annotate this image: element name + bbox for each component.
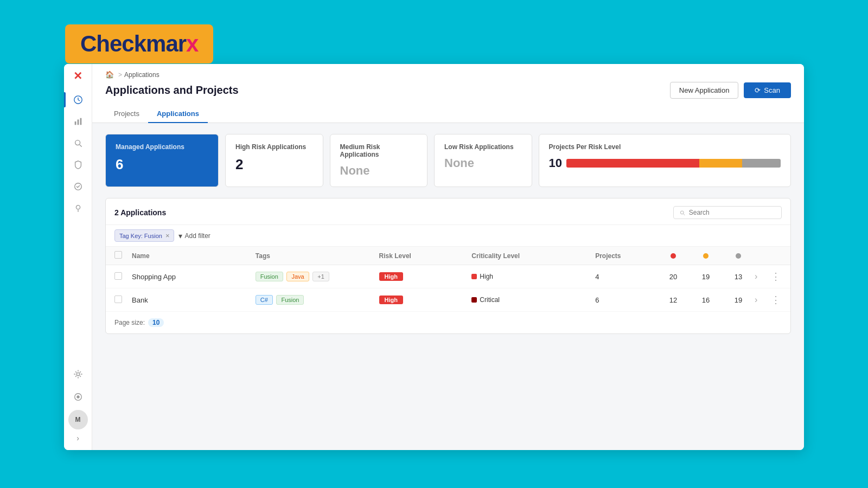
tab-projects[interactable]: Projects xyxy=(105,105,148,123)
sidebar-item-analytics[interactable] xyxy=(68,112,88,131)
risk-bar-total: 10 xyxy=(549,156,562,170)
new-application-button[interactable]: New Application xyxy=(670,82,739,99)
vuln-high-icon xyxy=(703,253,709,259)
stat-managed-value: 6 xyxy=(116,156,208,173)
remove-filter-button[interactable]: × xyxy=(165,232,170,240)
search-box[interactable] xyxy=(673,206,782,219)
svg-point-10 xyxy=(680,210,684,214)
criticality-text-2: Critical xyxy=(480,296,500,304)
criticality-dot-1 xyxy=(471,274,477,279)
tabs: Projects Applications xyxy=(105,105,791,123)
page-size-value[interactable]: 10 xyxy=(148,318,164,327)
stat-high-risk: High Risk Applications 2 xyxy=(225,134,323,187)
logo-highlight: x xyxy=(186,31,198,56)
scan-label: Scan xyxy=(764,86,780,94)
criticality-text-1: High xyxy=(480,273,493,280)
column-headers: Name Tags Risk Level Criticality Level P… xyxy=(106,247,790,265)
stat-managed-label: Managed Applications xyxy=(116,143,208,151)
criticality-label-2: Critical xyxy=(471,296,595,304)
row1-criticality: High xyxy=(471,273,595,280)
stat-projects-per-risk: Projects Per Risk Level 10 xyxy=(539,134,792,187)
row2-select[interactable] xyxy=(114,296,122,303)
row1-vuln2: 19 xyxy=(690,273,722,281)
col-checkbox-header xyxy=(114,251,132,260)
risk-segment-medium xyxy=(699,159,742,168)
col-name-header: Name xyxy=(132,252,256,260)
stat-projects-per-risk-label: Projects Per Risk Level xyxy=(549,143,781,151)
row1-more[interactable]: ⋮ xyxy=(771,271,782,282)
row2-arrow[interactable]: › xyxy=(755,295,771,305)
scan-button[interactable]: ⟳ Scan xyxy=(744,82,791,98)
header-actions: New Application ⟳ Scan xyxy=(670,82,791,99)
stat-low-risk-value: None xyxy=(444,156,522,170)
row2-criticality: Critical xyxy=(471,296,595,304)
close-button[interactable]: ✕ xyxy=(71,68,86,84)
table-row: Bank C# Fusion High Critical 6 xyxy=(106,288,790,312)
stat-medium-risk-value: None xyxy=(340,164,418,178)
row1-vuln1: 20 xyxy=(657,273,690,281)
sidebar-item-user[interactable]: M xyxy=(68,410,88,429)
tag-csharp: C# xyxy=(256,295,273,305)
row2-checkbox[interactable] xyxy=(114,296,132,305)
home-icon[interactable]: 🏠 xyxy=(105,70,114,79)
tag-java: Java xyxy=(286,272,309,281)
risk-bar-row: 10 xyxy=(549,156,781,170)
row1-vuln3: 13 xyxy=(722,273,755,281)
arrow-icon-2: › xyxy=(755,295,757,304)
table-header: 2 Applications xyxy=(106,198,790,225)
stat-medium-risk-label: Medium Risk Applications xyxy=(340,143,418,158)
stat-low-risk: Low Risk Applications None xyxy=(434,134,532,187)
row2-vuln3: 19 xyxy=(722,296,755,304)
more-icon-1: ⋮ xyxy=(771,271,781,282)
sidebar-bottom: M › xyxy=(68,364,88,450)
active-filter-tag: Tag Key: Fusion × xyxy=(114,229,174,242)
col-risk-header: Risk Level xyxy=(379,252,472,260)
col-criticality-header: Criticality Level xyxy=(471,252,595,260)
vuln-critical-icon xyxy=(671,253,676,259)
row1-risk: High xyxy=(379,272,472,281)
stat-high-risk-value: 2 xyxy=(235,156,313,173)
breadcrumb-separator: > xyxy=(118,71,122,79)
stat-medium-risk: Medium Risk Applications None xyxy=(330,134,428,187)
sidebar-expand-icon[interactable]: › xyxy=(73,433,84,444)
stat-low-risk-label: Low Risk Applications xyxy=(444,143,522,151)
search-input[interactable] xyxy=(689,209,776,216)
search-icon xyxy=(679,209,686,216)
select-all-checkbox[interactable] xyxy=(114,251,122,259)
risk-badge-high-1: High xyxy=(379,272,403,281)
sidebar-item-scandetail[interactable] xyxy=(68,177,88,196)
main-content: Managed Applications 6 High Risk Applica… xyxy=(92,123,804,450)
sidebar-item-security[interactable] xyxy=(68,155,88,175)
svg-rect-3 xyxy=(80,118,81,125)
sidebar-item-settings[interactable] xyxy=(68,364,88,384)
breadcrumb-section: Applications xyxy=(124,71,159,79)
row2-more[interactable]: ⋮ xyxy=(771,294,782,306)
header-top: Applications and Projects New Applicatio… xyxy=(105,82,791,99)
stat-managed-applications: Managed Applications 6 xyxy=(105,134,219,187)
svg-rect-2 xyxy=(77,119,79,125)
risk-badge-high-2: High xyxy=(379,296,403,304)
row2-tags: C# Fusion xyxy=(256,295,379,305)
col-vuln-medium-header xyxy=(722,253,755,259)
filter-icon: ▾ xyxy=(178,232,182,240)
sidebar-item-insights[interactable] xyxy=(68,198,88,218)
add-filter-button[interactable]: ▾ Add filter xyxy=(178,232,210,240)
arrow-icon-1: › xyxy=(755,272,757,281)
row1-tags: Fusion Java +1 xyxy=(256,272,379,281)
svg-point-7 xyxy=(76,373,79,375)
sidebar-item-search[interactable] xyxy=(68,133,88,153)
sidebar-item-integrations[interactable] xyxy=(68,387,88,407)
scan-icon: ⟳ xyxy=(755,86,761,94)
sidebar-item-dashboard[interactable] xyxy=(68,90,88,110)
row1-checkbox[interactable] xyxy=(114,272,132,281)
row1-arrow[interactable]: › xyxy=(755,272,771,281)
breadcrumb: 🏠 > Applications xyxy=(105,70,791,79)
row2-risk: High xyxy=(379,296,472,304)
tab-applications[interactable]: Applications xyxy=(148,105,208,123)
row1-select[interactable] xyxy=(114,272,122,280)
stats-row: Managed Applications 6 High Risk Applica… xyxy=(105,134,791,187)
row2-vuln1: 12 xyxy=(657,296,690,304)
add-filter-label: Add filter xyxy=(184,232,210,240)
col-tags-header: Tags xyxy=(256,252,379,260)
page-size-row: Page size: 10 xyxy=(106,312,790,333)
